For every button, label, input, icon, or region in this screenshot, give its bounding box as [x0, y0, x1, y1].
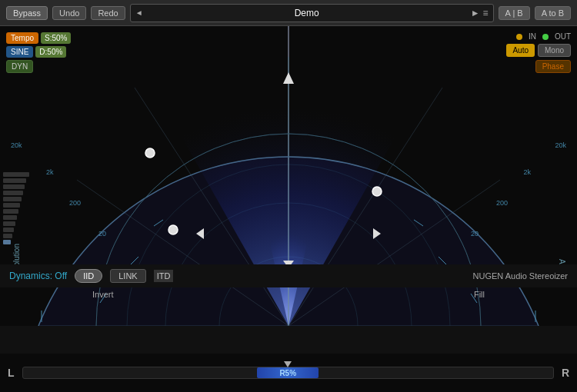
- redo-button[interactable]: Redo: [91, 6, 125, 20]
- list-preset-button[interactable]: ≡: [483, 8, 489, 18]
- tempo-button[interactable]: Tempo: [6, 32, 38, 44]
- stripe-9: [3, 221, 15, 226]
- freq-label-left-20: 20: [98, 230, 106, 238]
- dynamics-label: Dynamics: Off: [9, 271, 67, 281]
- stripe-1: [3, 172, 29, 177]
- freq-label-left-200: 200: [69, 199, 81, 207]
- in-led: [516, 34, 522, 40]
- fill-label: Fill: [474, 290, 485, 299]
- in-label: IN: [529, 32, 536, 41]
- stripe-8: [3, 215, 17, 220]
- freq-label-left-20k: 20k: [11, 141, 22, 149]
- lr-l-label: L: [8, 367, 15, 379]
- top-bar: Bypass Undo Redo ◄ Demo ► ≡ A | B A to B: [0, 0, 577, 26]
- invert-label: Invert: [92, 290, 114, 299]
- freq-label-right-20: 20: [471, 230, 479, 238]
- atob-button[interactable]: A to B: [535, 6, 571, 20]
- mono-button[interactable]: Mono: [538, 44, 571, 57]
- stripe-12: [3, 240, 11, 244]
- stripe-4: [3, 191, 23, 195]
- preset-name: Demo: [146, 8, 468, 18]
- stripe-5: [3, 197, 22, 201]
- iid-button[interactable]: IID: [75, 269, 102, 283]
- sine-button[interactable]: SINE: [6, 46, 33, 58]
- freq-label-right-20k: 20k: [555, 141, 566, 149]
- link-button[interactable]: LINK: [110, 269, 145, 283]
- dyn-button[interactable]: DYN: [6, 60, 33, 73]
- tempo-row: Tempo S:50%: [6, 32, 71, 44]
- preset-nav: ◄ Demo ► ≡: [130, 4, 494, 22]
- sine-row: SINE D:50%: [6, 46, 71, 58]
- d-button[interactable]: D:50%: [35, 46, 66, 58]
- bottom-bar: Dynamics: Off IID LINK ITD NUGEN Audio S…: [0, 264, 577, 287]
- itd-button[interactable]: ITD: [154, 270, 174, 282]
- meter-track: R5%: [22, 367, 554, 379]
- stripe-7: [3, 209, 18, 214]
- brand-label: NUGEN Audio Stereoizer: [473, 271, 569, 281]
- s-button[interactable]: S:50%: [41, 32, 71, 44]
- main-area: Tempo S:50% SINE D:50% DYN IN OUT Auto M…: [0, 26, 577, 326]
- svg-point-10: [168, 225, 178, 234]
- out-led: [542, 34, 549, 40]
- prev-preset-arrow[interactable]: ◄: [135, 8, 143, 17]
- meter-position-label: R5%: [279, 369, 296, 377]
- freq-label-right-200: 200: [496, 199, 508, 207]
- led-row: IN OUT: [516, 32, 571, 41]
- right-controls: IN OUT Auto Mono Phase: [506, 32, 571, 73]
- lr-r-label: R: [562, 367, 569, 379]
- lr-meter-bar: L R5% R: [0, 354, 577, 392]
- stripe-6: [3, 203, 20, 208]
- ab-button[interactable]: A | B: [499, 6, 530, 20]
- svg-point-9: [145, 148, 155, 158]
- undo-button[interactable]: Undo: [52, 6, 86, 20]
- play-preset-button[interactable]: ►: [471, 8, 480, 18]
- preset-icons: ► ≡: [471, 8, 489, 18]
- freq-label-left-2k: 2k: [46, 168, 54, 176]
- freq-label-right-2k: 2k: [523, 168, 531, 176]
- out-label: OUT: [555, 32, 571, 41]
- meter-pointer: [284, 361, 292, 367]
- stripe-11: [3, 234, 12, 238]
- stripe-3: [3, 184, 25, 189]
- auto-button[interactable]: Auto: [506, 44, 535, 57]
- auto-mono-row: Auto Mono: [506, 44, 571, 57]
- phase-button[interactable]: Phase: [535, 60, 571, 73]
- bypass-button[interactable]: Bypass: [6, 6, 48, 20]
- left-controls: Tempo S:50% SINE D:50% DYN: [6, 32, 71, 73]
- stripe-10: [3, 228, 14, 232]
- meter-fill: R5%: [257, 367, 319, 378]
- stripe-2: [3, 178, 26, 183]
- svg-point-11: [372, 187, 382, 196]
